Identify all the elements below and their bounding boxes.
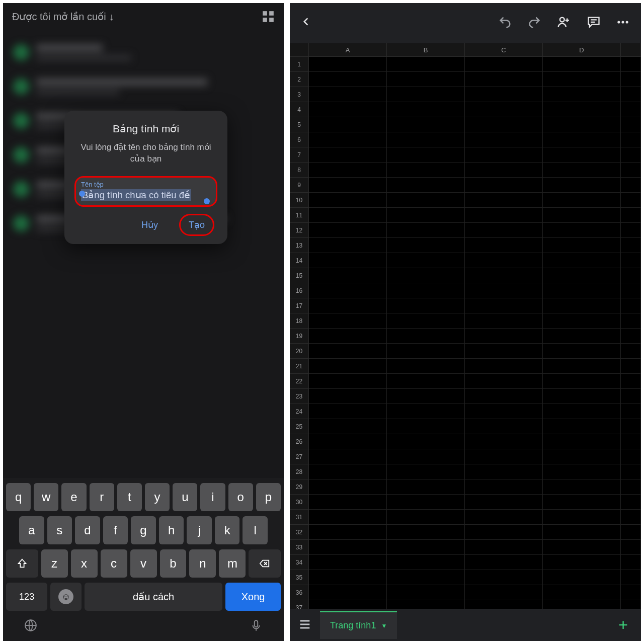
grid-view-icon[interactable] [262, 10, 275, 23]
cell[interactable] [309, 193, 387, 208]
row-header-6[interactable]: 6 [290, 132, 309, 147]
cell[interactable] [309, 298, 387, 313]
cell[interactable] [465, 102, 543, 117]
cell[interactable] [621, 479, 641, 495]
cell[interactable] [465, 540, 543, 555]
cell[interactable] [543, 434, 621, 449]
cell[interactable] [543, 253, 621, 268]
cell[interactable] [465, 87, 543, 102]
cell[interactable] [621, 102, 641, 117]
cell[interactable] [309, 600, 387, 609]
key-v[interactable]: v [130, 549, 157, 578]
cell[interactable] [309, 419, 387, 434]
cell[interactable] [621, 434, 641, 449]
cell[interactable] [621, 344, 641, 359]
cell[interactable] [543, 404, 621, 419]
key-y[interactable]: y [145, 483, 170, 511]
cell[interactable] [621, 132, 641, 147]
cell[interactable] [387, 479, 465, 495]
cell[interactable] [309, 525, 387, 540]
cell[interactable] [309, 87, 387, 102]
row-header-14[interactable]: 14 [290, 253, 309, 268]
cell[interactable] [543, 600, 621, 609]
key-b[interactable]: b [160, 549, 187, 578]
cell[interactable] [465, 585, 543, 600]
cell[interactable] [309, 434, 387, 449]
row-header-35[interactable]: 35 [290, 570, 309, 585]
spreadsheet-grid[interactable]: ABCD 12345678910111213141516171819202122… [290, 43, 641, 609]
cell[interactable] [387, 223, 465, 238]
column-header-B[interactable]: B [387, 43, 465, 56]
cell[interactable] [387, 464, 465, 479]
cell[interactable] [387, 359, 465, 374]
key-k[interactable]: k [215, 516, 240, 544]
cell[interactable] [465, 419, 543, 434]
key-g[interactable]: g [131, 516, 156, 544]
cell[interactable] [309, 102, 387, 117]
row-header-23[interactable]: 23 [290, 389, 309, 404]
cell[interactable] [465, 178, 543, 193]
cell[interactable] [621, 208, 641, 223]
cell[interactable] [387, 298, 465, 313]
cell[interactable] [465, 555, 543, 570]
key-w[interactable]: w [34, 483, 58, 511]
row-header-18[interactable]: 18 [290, 313, 309, 329]
cell[interactable] [621, 223, 641, 238]
share-icon[interactable] [556, 15, 572, 32]
row-header-36[interactable]: 36 [290, 585, 309, 600]
mic-icon[interactable] [250, 619, 263, 634]
cell[interactable] [309, 57, 387, 72]
row-header-3[interactable]: 3 [290, 87, 309, 102]
globe-icon[interactable] [24, 619, 37, 634]
cell[interactable] [387, 525, 465, 540]
undo-icon[interactable] [498, 15, 512, 31]
cell[interactable] [621, 313, 641, 329]
cell[interactable] [543, 525, 621, 540]
cell[interactable] [543, 238, 621, 253]
cell[interactable] [309, 495, 387, 510]
key-r[interactable]: r [90, 483, 114, 511]
row-header-32[interactable]: 32 [290, 525, 309, 540]
cell[interactable] [387, 329, 465, 344]
cell[interactable] [465, 449, 543, 464]
cell[interactable] [543, 283, 621, 298]
cell[interactable] [543, 329, 621, 344]
redo-icon[interactable] [527, 15, 541, 31]
cell[interactable] [387, 268, 465, 283]
arrow-down-icon[interactable]: ↓ [109, 11, 114, 23]
cell[interactable] [465, 117, 543, 132]
cell[interactable] [465, 193, 543, 208]
row-header-16[interactable]: 16 [290, 283, 309, 298]
row-header-37[interactable]: 37 [290, 600, 309, 609]
cell[interactable] [309, 479, 387, 495]
key-i[interactable]: i [200, 483, 225, 511]
row-header-22[interactable]: 22 [290, 374, 309, 389]
cell[interactable] [387, 344, 465, 359]
cell[interactable] [309, 268, 387, 283]
selection-handle-left-icon[interactable] [79, 191, 85, 197]
row-header-20[interactable]: 20 [290, 344, 309, 359]
cell[interactable] [621, 419, 641, 434]
cell[interactable] [465, 253, 543, 268]
cell[interactable] [543, 464, 621, 479]
cell[interactable] [621, 72, 641, 87]
cell[interactable] [309, 178, 387, 193]
cell[interactable] [309, 253, 387, 268]
cell[interactable] [621, 495, 641, 510]
cell[interactable] [621, 555, 641, 570]
cell[interactable] [387, 57, 465, 72]
cell[interactable] [387, 178, 465, 193]
row-header-7[interactable]: 7 [290, 147, 309, 163]
add-sheet-button[interactable]: + [613, 616, 633, 634]
cell[interactable] [621, 585, 641, 600]
cell[interactable] [387, 434, 465, 449]
key-t[interactable]: t [117, 483, 142, 511]
cell[interactable] [621, 147, 641, 163]
cell[interactable] [621, 163, 641, 178]
cell[interactable] [543, 117, 621, 132]
cell[interactable] [465, 525, 543, 540]
cell[interactable] [309, 555, 387, 570]
row-header-13[interactable]: 13 [290, 238, 309, 253]
row-header-28[interactable]: 28 [290, 464, 309, 479]
cell[interactable] [543, 313, 621, 329]
